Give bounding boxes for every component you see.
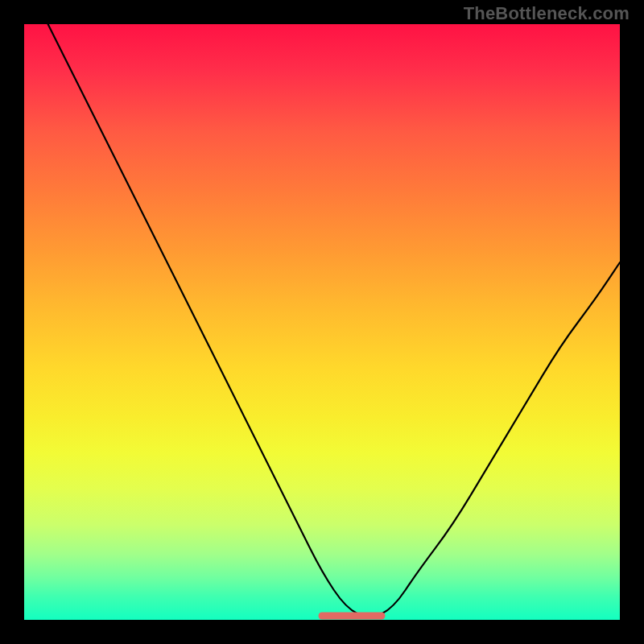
chart-frame: TheBottleneck.com <box>0 0 644 644</box>
plot-area <box>24 24 620 620</box>
bottleneck-curve <box>48 24 620 617</box>
watermark-text: TheBottleneck.com <box>464 3 630 24</box>
curve-svg <box>24 24 620 620</box>
